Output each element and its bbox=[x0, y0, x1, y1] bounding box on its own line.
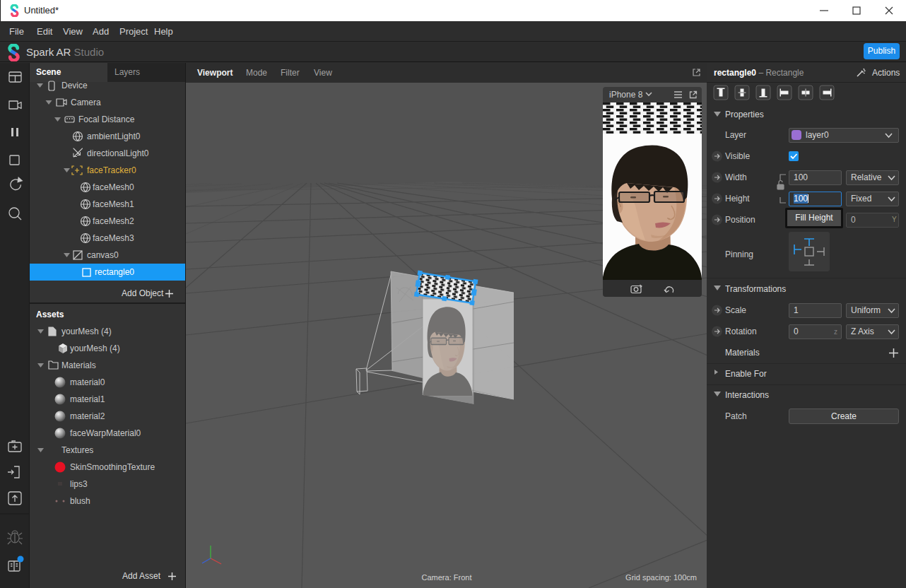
svg-text:Camera: Front: Camera: Front bbox=[422, 573, 472, 582]
svg-text:Grid spacing: 100cm: Grid spacing: 100cm bbox=[625, 573, 697, 582]
